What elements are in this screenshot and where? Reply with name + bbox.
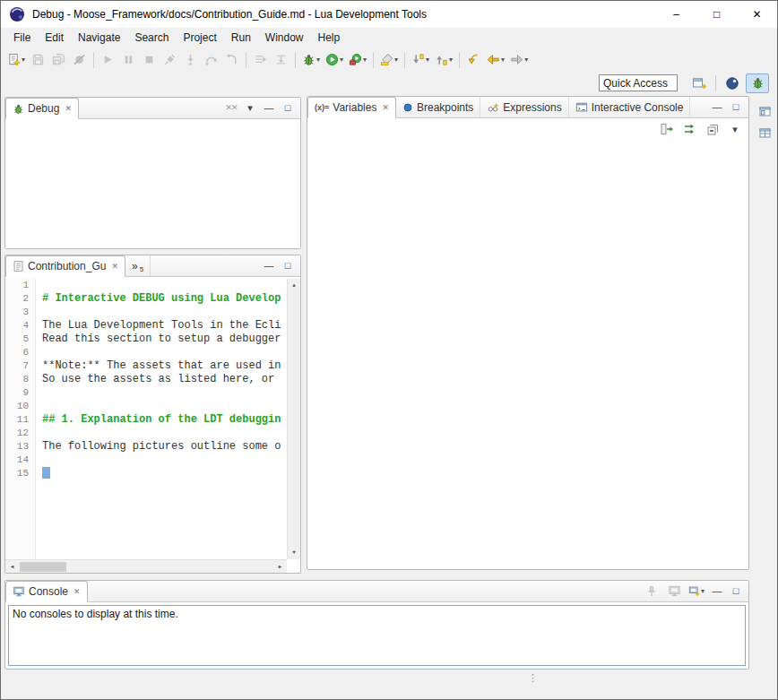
tab-expressions[interactable]: Expressions — [480, 97, 568, 117]
maximize-view-icon[interactable]: □ — [730, 584, 742, 599]
close-icon[interactable]: ✕ — [111, 262, 118, 271]
console-panel: Console ✕ ▾ — □ No consoles to display a… — [4, 580, 749, 670]
menu-search[interactable]: Search — [127, 29, 176, 47]
menu-navigate[interactable]: Navigate — [71, 29, 127, 47]
step-over-button[interactable] — [201, 49, 221, 71]
close-icon[interactable]: ✕ — [382, 103, 389, 112]
maximize-view-icon[interactable]: □ — [281, 101, 294, 116]
mark-occurrences-button[interactable]: ▾ — [377, 49, 401, 71]
debug-perspective-button[interactable] — [746, 73, 769, 93]
pin-console-button[interactable] — [644, 583, 660, 600]
collapse-all-button[interactable] — [705, 121, 722, 137]
menu-project[interactable]: Project — [176, 29, 223, 47]
last-edit-location-button[interactable] — [463, 49, 484, 71]
display-console-icon — [668, 584, 681, 598]
console-tabbar: Console ✕ ▾ — □ — [5, 581, 748, 602]
tab-interactive-console[interactable]: Interactive Console — [569, 97, 691, 117]
editor-tab-overflow[interactable]: »5 — [125, 255, 151, 276]
close-icon[interactable]: ✕ — [73, 587, 81, 596]
back-button[interactable]: ▾ — [484, 49, 507, 71]
tab-overflow-count: 5 — [140, 265, 143, 276]
previous-annotation-button[interactable]: ▾ — [432, 49, 455, 71]
save-all-button[interactable] — [48, 49, 69, 71]
line-text — [35, 454, 42, 467]
console-body[interactable]: No consoles to display at this time. — [8, 605, 746, 666]
vertical-scrollbar[interactable]: ▲ ▼ — [287, 279, 300, 559]
suspend-button[interactable] — [118, 49, 139, 71]
maximize-view-icon[interactable]: □ — [730, 100, 742, 115]
menu-help[interactable]: Help — [311, 29, 348, 47]
show-instruction-pointer-button[interactable] — [250, 49, 271, 71]
chevron-down-icon: ▾ — [501, 56, 505, 64]
minimize-view-icon[interactable]: — — [263, 259, 275, 273]
bug-icon — [13, 103, 24, 115]
tab-label: Interactive Console — [592, 101, 684, 114]
save-button[interactable] — [28, 49, 48, 71]
chevron-down-icon: ▾ — [340, 56, 343, 64]
minimize-view-icon[interactable]: — — [263, 101, 275, 116]
open-console-button[interactable]: ▾ — [688, 583, 705, 600]
maximize-view-icon[interactable]: □ — [281, 259, 294, 273]
horizontal-scrollbar[interactable]: ◀ ▶ — [5, 559, 287, 573]
scrollbar-thumb[interactable] — [20, 562, 66, 572]
menu-window[interactable]: Window — [258, 29, 311, 47]
tab-debug[interactable]: Debug ✕ — [5, 98, 79, 119]
scroll-right-icon[interactable]: ▶ — [273, 560, 287, 574]
debug-view-body[interactable] — [5, 119, 300, 248]
open-perspective-button[interactable] — [687, 73, 711, 93]
instruction-pointer-icon — [254, 53, 267, 66]
menu-run[interactable]: Run — [224, 29, 258, 47]
variables-panel: (x)= Variables ✕ Breakpoints Expressions… — [307, 96, 749, 570]
menu-edit[interactable]: Edit — [38, 29, 71, 47]
code-line: 2# Interactive DEBUG using Lua Develop — [5, 292, 287, 306]
minimized-view-button-1[interactable] — [756, 101, 775, 121]
lua-perspective-button[interactable] — [721, 73, 744, 93]
scroll-left-icon[interactable]: ◀ — [5, 560, 19, 574]
tab-breakpoints[interactable]: Breakpoints — [396, 97, 480, 117]
quick-access-input[interactable]: Quick Access — [599, 74, 678, 91]
minimize-view-icon[interactable]: — — [711, 100, 723, 115]
line-number: 7 — [5, 359, 35, 373]
collapse-all-icon — [706, 122, 721, 136]
minimize-button[interactable]: – — [656, 1, 696, 28]
next-annotation-button[interactable]: ▾ — [409, 49, 432, 71]
run-button[interactable]: ▾ — [323, 49, 346, 71]
show-references-button[interactable] — [682, 121, 698, 137]
variables-body[interactable] — [307, 140, 748, 569]
skip-all-breakpoints-button[interactable] — [69, 49, 90, 71]
disconnect-button[interactable] — [160, 49, 180, 71]
display-selected-console-button[interactable] — [666, 583, 682, 600]
close-button[interactable]: ✕ — [737, 1, 777, 28]
tab-contribution-guide[interactable]: Contribution_Gu ✕ — [5, 255, 125, 277]
new-button[interactable]: ▾ — [4, 49, 28, 71]
scroll-up-icon[interactable]: ▲ — [288, 279, 301, 292]
step-return-button[interactable] — [221, 49, 242, 71]
maximize-button[interactable]: □ — [696, 1, 737, 28]
run-external-tools-button[interactable]: ▾ — [346, 49, 369, 71]
tab-variables[interactable]: (x)= Variables ✕ — [307, 97, 396, 118]
minimized-view-button-2[interactable] — [756, 123, 775, 143]
resume-button[interactable] — [98, 49, 118, 71]
forward-button[interactable]: ▾ — [507, 49, 531, 71]
previous-annotation-icon — [435, 53, 448, 66]
menu-file[interactable]: File — [6, 29, 38, 47]
restore-view-icon — [758, 104, 773, 118]
debug-button[interactable]: ▾ — [299, 49, 323, 71]
scroll-down-icon[interactable]: ▼ — [288, 546, 301, 559]
sash-grip[interactable]: ⋮ — [528, 673, 538, 683]
close-icon[interactable]: ✕ — [65, 104, 72, 113]
show-logical-structure-button[interactable] — [659, 121, 675, 137]
tab-console[interactable]: Console ✕ — [5, 581, 88, 602]
forward-arrow-icon — [510, 53, 523, 66]
step-into-button[interactable] — [180, 49, 201, 71]
interactive-console-icon — [575, 101, 588, 114]
tab-label: Contribution_Gu — [28, 260, 106, 272]
minimize-view-icon[interactable]: — — [711, 584, 723, 599]
view-menu-icon[interactable]: ▾ — [244, 101, 256, 116]
terminate-button[interactable] — [139, 49, 160, 71]
code-area[interactable]: 1 2# Interactive DEBUG using Lua Develop… — [5, 279, 287, 559]
view-menu-icon[interactable]: ▾ — [729, 122, 741, 136]
remove-all-terminated-icon[interactable]: ✕✕ — [225, 101, 238, 116]
window-controls: – □ ✕ — [656, 1, 777, 28]
use-step-filters-button[interactable] — [271, 49, 291, 71]
